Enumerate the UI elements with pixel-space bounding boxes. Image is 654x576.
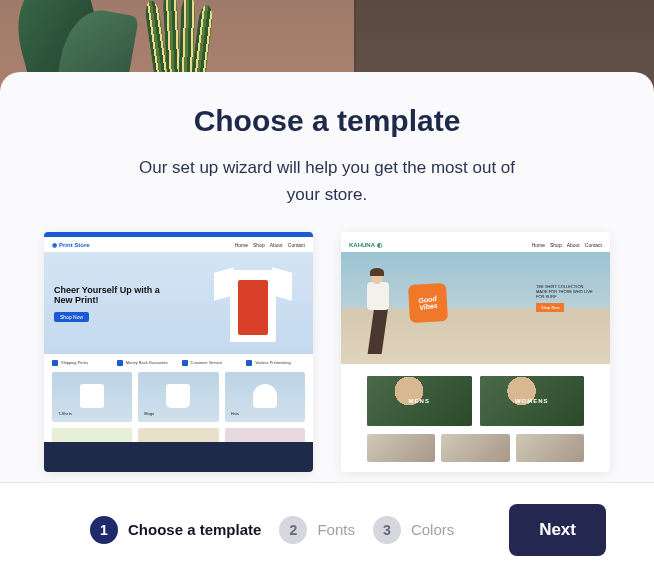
- page-subtitle: Our set up wizard will help you get the …: [127, 154, 527, 208]
- product-grid: T-Shirts Mugs Hats: [44, 372, 313, 422]
- step-number: 3: [373, 516, 401, 544]
- step-label: Fonts: [317, 521, 355, 538]
- hero-headline: Cheer Yourself Up with a New Print!: [54, 285, 174, 307]
- step-colors[interactable]: 3 Colors: [373, 516, 454, 544]
- template-grid: ◉ Print Store Home Shop About Contact Ch…: [0, 232, 654, 472]
- hero-cta: Shop Now: [536, 303, 564, 312]
- feature-item: Various Printmaking: [246, 360, 305, 366]
- hero-copy: TEE SHIRT COLLECTION MADE FOR THOSE WHO …: [536, 284, 596, 312]
- template-hero: Cheer Yourself Up with a New Print! Shop…: [44, 252, 313, 354]
- template-card-print-store[interactable]: ◉ Print Store Home Shop About Contact Ch…: [44, 232, 313, 472]
- step-number: 1: [90, 516, 118, 544]
- template-card-kahuna[interactable]: KAHUNA ◐ Home Shop About Contact Good V: [341, 232, 610, 472]
- wizard-modal: Choose a template Our set up wizard will…: [0, 72, 654, 482]
- step-number: 2: [279, 516, 307, 544]
- next-button[interactable]: Next: [509, 504, 606, 556]
- product-tile: T-Shirts: [52, 372, 132, 422]
- product-tile: Mugs: [138, 372, 218, 422]
- page-title: Choose a template: [0, 104, 654, 138]
- feature-item: Shipping Perks: [52, 360, 111, 366]
- template-nav: KAHUNA ◐ Home Shop About Contact: [341, 237, 610, 252]
- category-row: MENS WOMENS: [341, 364, 610, 434]
- wizard-footer: 1 Choose a template 2 Fonts 3 Colors Nex…: [0, 482, 654, 576]
- feature-item: Customer Service: [182, 360, 241, 366]
- tshirt-graphic: [208, 260, 298, 350]
- template-nav: ◉ Print Store Home Shop About Contact: [44, 237, 313, 252]
- logo-icon: ◐: [377, 241, 382, 248]
- step-choose-template[interactable]: 1 Choose a template: [90, 516, 261, 544]
- thumbnail-row: [341, 434, 610, 462]
- category-tile: WOMENS: [480, 376, 585, 426]
- stepper: 1 Choose a template 2 Fonts 3 Colors: [90, 516, 489, 544]
- category-tile: MENS: [367, 376, 472, 426]
- step-label: Choose a template: [128, 521, 261, 538]
- logo-icon: ◉: [52, 241, 57, 248]
- template-hero: Good Vibes TEE SHIRT COLLECTION MADE FOR…: [341, 252, 610, 364]
- hero-badge: Good Vibes: [408, 283, 448, 323]
- template-logo: ◉ Print Store: [52, 241, 90, 248]
- template-logo: KAHUNA ◐: [349, 241, 382, 248]
- selection-overlay: [44, 442, 313, 472]
- person-graphic: [357, 270, 407, 360]
- hero-cta: Shop Now: [54, 312, 89, 322]
- template-nav-links: Home Shop About Contact: [532, 242, 602, 248]
- step-label: Colors: [411, 521, 454, 538]
- feature-item: Money Back Guarantee: [117, 360, 176, 366]
- product-tile: Hats: [225, 372, 305, 422]
- step-fonts[interactable]: 2 Fonts: [279, 516, 355, 544]
- template-nav-links: Home Shop About Contact: [235, 242, 305, 248]
- feature-row: Shipping Perks Money Back Guarantee Cust…: [44, 354, 313, 372]
